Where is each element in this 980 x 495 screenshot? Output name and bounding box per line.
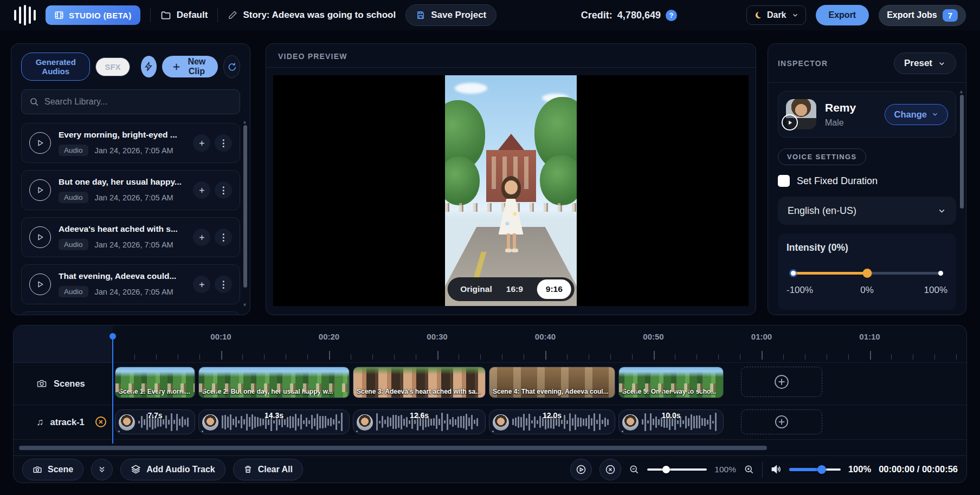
scene-clip[interactable]: Scene 2: But one day, her usual happy w.… (198, 367, 350, 398)
scene-clip[interactable]: Scene 4: That evening, Adeeva coul... (489, 367, 615, 398)
audio-clip[interactable]: 12.6s (353, 409, 486, 434)
add-scene-track-button[interactable]: Scene (22, 459, 83, 480)
clip-trim-handle[interactable] (492, 431, 494, 432)
audio-clip[interactable]: 7.7s (115, 409, 195, 434)
play-audio-button[interactable] (29, 273, 51, 295)
tab-generated-audios[interactable]: Generated Audios (21, 53, 90, 81)
project-folder[interactable]: Default (160, 10, 208, 21)
audio-track-label: ♫ atrack-1 ✕ (14, 405, 113, 439)
scene-clip-label: Scene 3: Adeeva's heart ached with sa... (357, 388, 483, 395)
add-to-timeline-button[interactable] (193, 229, 210, 246)
timeline-horizontal-scrollbar[interactable] (19, 446, 767, 450)
stop-button[interactable] (599, 459, 621, 480)
add-to-timeline-button[interactable] (193, 276, 210, 293)
export-jobs-button[interactable]: Export Jobs 7 (879, 5, 966, 26)
scrollbar-down-arrow[interactable]: ▼ (242, 303, 247, 308)
fixed-duration-checkbox[interactable] (778, 175, 790, 187)
language-select[interactable]: English (en-US) (778, 197, 956, 225)
clip-trim-handle[interactable] (118, 431, 120, 432)
ruler-tick (891, 354, 892, 360)
timeline-zoom-slider[interactable] (647, 465, 707, 474)
intensity-slider-thumb[interactable] (862, 269, 872, 278)
save-icon (416, 10, 425, 20)
clip-trim-handle[interactable] (356, 431, 358, 432)
play-button[interactable] (570, 459, 592, 480)
voice-card: Remy Male Change (778, 91, 956, 138)
theme-select[interactable]: Dark (746, 5, 806, 25)
library-item[interactable]: Every morning, bright-eyed ...AudioJan 2… (21, 123, 240, 163)
library-item[interactable]: That evening, Adeeva could...AudioJan 24… (21, 264, 240, 304)
zoom-out-button[interactable] (629, 464, 640, 475)
aspect-original[interactable]: Original (460, 284, 492, 294)
scene-clip[interactable]: Scene 1: Every morni... (115, 367, 195, 398)
item-menu-button[interactable]: ⋮ (215, 229, 232, 246)
item-menu-button[interactable]: ⋮ (215, 181, 232, 199)
library-item[interactable]: But one day, her usual happy...AudioJan … (21, 170, 240, 210)
moon-icon (753, 11, 762, 19)
aspect-9-16[interactable]: 9:16 (537, 279, 571, 299)
search-input[interactable] (44, 97, 232, 107)
save-project-button[interactable]: Save Project (405, 4, 497, 26)
library-item-partial[interactable] (21, 311, 240, 315)
clip-trim-handle[interactable] (202, 431, 203, 432)
credit-label: Credit: (581, 10, 612, 21)
export-jobs-count-badge: 7 (943, 9, 958, 22)
voice-settings-section-label: VOICE SETTINGS (778, 148, 866, 165)
add-audio-clip-button[interactable] (741, 409, 822, 434)
play-audio-button[interactable] (29, 132, 51, 154)
library-item-actions: ⋮ (193, 181, 232, 199)
clear-all-button[interactable]: Clear All (233, 459, 303, 480)
clear-all-label: Clear All (258, 465, 293, 474)
music-note-icon: ♫ (36, 416, 44, 428)
audio-clip[interactable]: 12.0s (489, 409, 615, 434)
scene-clip-label: Scene 5: On her way to scho... (622, 388, 721, 395)
scene-clip[interactable]: Scene 5: On her way to scho... (618, 367, 724, 398)
scrollbar-up-arrow[interactable]: ▲ (242, 120, 247, 125)
item-menu-button[interactable]: ⋮ (215, 134, 232, 152)
help-icon[interactable]: ? (666, 10, 677, 21)
new-clip-button[interactable]: New Clip (162, 56, 218, 77)
ruler-tick (394, 354, 395, 360)
voice-preview-play-button[interactable] (782, 114, 798, 131)
preset-button[interactable]: Preset (894, 53, 956, 74)
studio-beta-badge[interactable]: STUDIO (BETA) (46, 5, 140, 25)
library-scrollbar[interactable] (243, 125, 247, 288)
play-audio-button[interactable] (29, 179, 51, 201)
audio-clip-duration: 14.3s (265, 411, 283, 420)
ruler-tick (459, 354, 459, 360)
aspect-16-9[interactable]: 16:9 (506, 284, 523, 294)
story-title[interactable]: Story: Adeeva was going to school (228, 10, 396, 21)
audio-clip[interactable]: 10.0s (618, 409, 724, 434)
clip-trim-handle[interactable] (622, 431, 623, 432)
item-menu-button[interactable]: ⋮ (215, 276, 232, 293)
timeline-ruler-ticks (14, 325, 966, 362)
ruler-tick (545, 351, 546, 360)
play-audio-button[interactable] (29, 226, 51, 248)
search-box[interactable] (21, 89, 240, 114)
export-button[interactable]: Export (816, 5, 869, 25)
add-audio-track-button[interactable]: Add Audio Track (120, 459, 225, 480)
audio-clip[interactable]: 14.3s (198, 409, 350, 434)
volume-mute-button[interactable] (770, 464, 782, 475)
volume-slider[interactable] (789, 465, 841, 474)
zoom-in-button[interactable] (744, 464, 755, 475)
add-scene-button[interactable] (741, 367, 822, 397)
playhead-line[interactable] (112, 338, 113, 444)
collapse-tracks-button[interactable] (91, 459, 113, 480)
add-to-timeline-button[interactable] (193, 181, 210, 199)
add-to-timeline-button[interactable] (193, 134, 210, 152)
scrollbar-up-arrow[interactable]: ▲ (959, 89, 964, 94)
ruler-tick (848, 354, 849, 360)
refresh-library-button[interactable] (223, 55, 240, 78)
quick-generate-button[interactable] (141, 56, 157, 77)
change-voice-button[interactable]: Change (885, 104, 948, 125)
intensity-slider[interactable] (792, 269, 942, 277)
library-item[interactable]: Adeeva's heart ached with s...AudioJan 2… (21, 217, 240, 257)
intensity-slider-min-dot (791, 271, 796, 276)
ruler-tick (264, 354, 265, 360)
tab-sfx[interactable]: SFX (95, 57, 130, 76)
video-frame[interactable] (445, 75, 577, 306)
scene-clip[interactable]: Scene 3: Adeeva's heart ached with sa... (353, 367, 486, 398)
remove-audio-track-button[interactable]: ✕ (95, 416, 106, 427)
inspector-scrollbar[interactable] (960, 95, 964, 209)
